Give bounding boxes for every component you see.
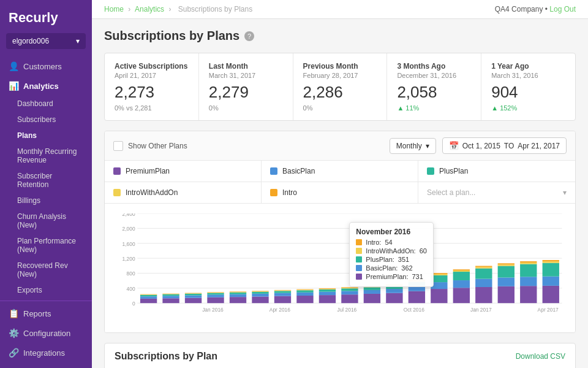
breadcrumb-current: Subscriptions by Plans — [178, 5, 252, 13]
svg-rect-47 — [274, 290, 291, 291]
sidebar-item-mrr[interactable]: Monthly Recurring Revenue — [0, 144, 92, 168]
breadcrumb-home[interactable]: Home — [104, 5, 124, 13]
sidebar: Recurly elgordo006 ▾ 👤 Customers 📊 Analy… — [0, 0, 92, 368]
svg-rect-92 — [475, 267, 492, 268]
sidebar-item-integrations[interactable]: 🔗 Integrations — [0, 343, 92, 362]
svg-rect-60 — [341, 291, 358, 294]
svg-rect-75 — [409, 286, 425, 291]
plan-select-dropdown[interactable]: Select a plan... ▾ — [418, 182, 575, 203]
svg-rect-58 — [319, 288, 336, 289]
sidebar-item-churn[interactable]: Churn Analysis (New) — [0, 209, 92, 233]
svg-rect-53 — [296, 289, 313, 290]
svg-rect-19 — [162, 298, 179, 303]
sidebar-item-dashboard[interactable]: Dashboard — [0, 96, 92, 112]
sidebar-item-configuration[interactable]: ⚙️ Configuration — [0, 323, 92, 343]
topbar: Home › Analytics › Subscriptions by Plan… — [92, 0, 588, 19]
plan-name: Intro — [282, 188, 297, 197]
svg-rect-88 — [453, 269, 470, 270]
chart-filter-row: Show Other Plans Monthly ▾ 📅 Oct 1, 2015… — [105, 131, 575, 161]
svg-rect-28 — [185, 293, 202, 294]
breadcrumb-analytics[interactable]: Analytics — [135, 5, 164, 13]
chart-controls: Show Other Plans Monthly ▾ 📅 Oct 1, 2015… — [104, 131, 576, 333]
svg-rect-24 — [185, 298, 202, 304]
calendar-icon: 📅 — [449, 141, 459, 150]
svg-rect-89 — [475, 287, 492, 303]
plan-select-basic[interactable]: BasicPlan — [262, 161, 418, 182]
svg-rect-69 — [386, 293, 402, 303]
svg-rect-86 — [453, 272, 470, 280]
svg-rect-45 — [274, 293, 291, 296]
sidebar-item-subscribers[interactable]: Subscribers — [0, 112, 92, 128]
plan-dot — [270, 189, 277, 196]
show-other-plans-checkbox[interactable] — [113, 141, 123, 151]
chart-svg: 04008001,2001,6002,0002,400Jan 2016Apr 2… — [113, 213, 567, 326]
svg-rect-26 — [185, 294, 202, 296]
svg-text:0: 0 — [132, 301, 135, 307]
svg-rect-29 — [207, 297, 224, 303]
info-icon[interactable]: ? — [244, 31, 254, 41]
sidebar-item-retention[interactable]: Subscriber Retention — [0, 168, 92, 193]
svg-rect-103 — [520, 261, 537, 263]
download-csv-link[interactable]: Download CSV — [516, 352, 565, 361]
svg-rect-98 — [498, 263, 514, 264]
svg-rect-72 — [386, 285, 402, 286]
svg-rect-65 — [364, 290, 380, 294]
stat-last-month: Last Month March 31, 2017 2,279 0% — [199, 53, 293, 120]
account-selector[interactable]: elgordo006 ▾ — [6, 33, 86, 49]
account-name: elgordo006 — [12, 37, 49, 45]
plan-select-intro[interactable]: Intro — [262, 182, 418, 203]
sidebar-item-developers[interactable]: 💻 Developers — [0, 362, 92, 368]
sidebar-label: Billings — [17, 196, 40, 205]
svg-rect-21 — [162, 294, 179, 296]
sidebar-divider — [0, 301, 92, 301]
svg-rect-57 — [319, 289, 336, 289]
customers-icon: 👤 — [9, 61, 18, 71]
svg-text:Jan 2017: Jan 2017 — [470, 307, 492, 313]
sidebar-item-plans[interactable]: Plans — [0, 128, 92, 144]
sidebar-item-analytics[interactable]: 📊 Analytics — [0, 76, 92, 96]
svg-rect-67 — [364, 286, 380, 287]
sidebar-label: Plan Performance (New) — [17, 237, 83, 254]
svg-rect-71 — [386, 286, 402, 289]
sidebar-label: Exports — [17, 286, 42, 294]
logout-link[interactable]: Log Out — [549, 5, 576, 13]
svg-text:1,600: 1,600 — [123, 240, 135, 247]
svg-rect-33 — [207, 292, 224, 293]
plan-select-premium[interactable]: PremiumPlan — [105, 161, 262, 182]
svg-rect-37 — [230, 292, 246, 293]
sidebar-item-billings[interactable]: Billings — [0, 193, 92, 209]
svg-rect-83 — [431, 273, 447, 274]
svg-rect-30 — [207, 294, 224, 297]
svg-rect-68 — [364, 286, 380, 286]
date-range-picker[interactable]: 📅 Oct 1, 2015 TO Apr 21, 2017 — [442, 137, 567, 154]
period-dropdown[interactable]: Monthly ▾ — [390, 138, 436, 154]
svg-rect-91 — [475, 269, 492, 279]
svg-rect-94 — [498, 286, 514, 303]
svg-rect-43 — [252, 291, 268, 291]
sidebar-item-recovered-rev[interactable]: Recovered Rev (New) — [0, 258, 92, 282]
svg-rect-54 — [319, 295, 336, 303]
svg-rect-97 — [498, 264, 514, 266]
svg-rect-40 — [252, 294, 268, 297]
svg-rect-39 — [252, 297, 268, 304]
sidebar-item-exports[interactable]: Exports — [0, 282, 92, 298]
svg-text:800: 800 — [127, 270, 135, 277]
plan-select-plus[interactable]: PlusPlan — [418, 161, 575, 182]
stat-value: 2,286 — [303, 83, 377, 102]
svg-rect-48 — [274, 290, 291, 291]
svg-text:Jan 2016: Jan 2016 — [202, 307, 224, 313]
sidebar-item-customers[interactable]: 👤 Customers — [0, 56, 92, 76]
plan-select-intro-addon[interactable]: IntroWithAddOn — [105, 182, 262, 203]
chevron-down-icon: ▾ — [426, 142, 429, 150]
svg-rect-107 — [543, 261, 559, 263]
plan-selectors: PremiumPlan BasicPlan PlusPlan IntroWith… — [105, 161, 575, 204]
svg-text:2,000: 2,000 — [123, 226, 135, 232]
sidebar-item-plan-performance[interactable]: Plan Performance (New) — [0, 233, 92, 258]
show-other-plans: Show Other Plans — [113, 141, 187, 151]
sidebar-item-reports[interactable]: 📋 Reports — [0, 304, 92, 323]
svg-rect-85 — [453, 280, 470, 288]
svg-rect-42 — [252, 291, 268, 292]
svg-rect-31 — [207, 293, 224, 295]
svg-rect-55 — [319, 292, 336, 295]
chart-area: 04008001,2001,6002,0002,400Jan 2016Apr 2… — [105, 204, 575, 332]
